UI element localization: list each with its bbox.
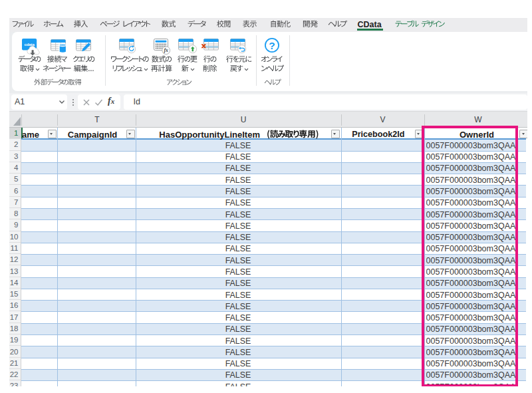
svg-text:?: ? (269, 40, 275, 51)
svg-text:fx: fx (164, 47, 169, 53)
